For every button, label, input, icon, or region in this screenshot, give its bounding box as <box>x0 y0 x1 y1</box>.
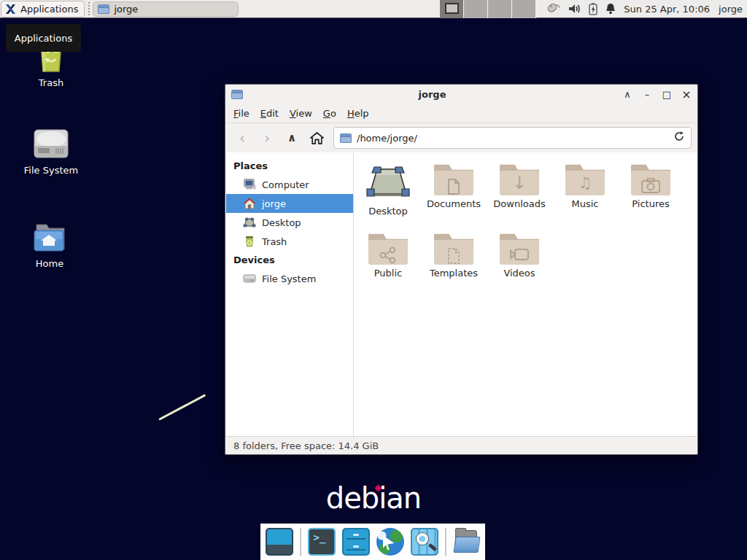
desktop-icon <box>243 217 256 228</box>
window-content: Places Computer jorge <box>226 152 697 436</box>
home-folder-icon <box>9 216 90 254</box>
xfce-applications-icon <box>4 3 17 15</box>
workspace-switcher <box>440 0 536 18</box>
places-header: Places <box>226 157 353 175</box>
workspace-4[interactable] <box>512 0 536 18</box>
trash-icon <box>243 236 256 247</box>
debian-wallpaper-logo: debian <box>0 481 747 515</box>
hard-drive-icon <box>11 122 91 160</box>
applications-tooltip: Applications <box>6 24 81 52</box>
desktop-icon-label: Home <box>9 258 90 269</box>
location-folder-icon <box>340 133 352 143</box>
web-browser-launcher[interactable] <box>376 528 404 556</box>
desktop-icon-label: Trash <box>11 77 91 88</box>
statusbar-text: 8 folders, Free space: 14.4 GiB <box>233 440 379 451</box>
file-downloads[interactable]: ↓ Downloads <box>488 162 551 223</box>
applications-menu-button[interactable]: Applications <box>1 1 85 18</box>
computer-icon <box>243 179 256 190</box>
magnifier-icon <box>417 533 428 545</box>
share-folder-icon <box>368 233 408 265</box>
menu-go[interactable]: Go <box>323 108 336 119</box>
desktop-icon-home[interactable]: Home <box>9 216 90 269</box>
file-icon-view[interactable]: Desktop Documents ↓ Downloads <box>354 152 697 436</box>
template-folder-icon <box>434 233 473 265</box>
dock-separator <box>300 528 301 556</box>
shade-button[interactable]: ∧ <box>621 85 634 104</box>
file-desktop[interactable]: Desktop <box>357 163 419 225</box>
taskbar-window-label: jorge <box>114 4 138 15</box>
volume-icon[interactable] <box>568 3 581 15</box>
menu-edit[interactable]: Edit <box>260 108 279 119</box>
statusbar: 8 folders, Free space: 14.4 GiB <box>226 436 697 454</box>
up-button[interactable]: ∧ <box>281 128 303 148</box>
file-templates[interactable]: Templates <box>422 231 485 292</box>
mouse-icon[interactable] <box>545 2 561 15</box>
file-music[interactable]: ♫ Music <box>554 162 616 223</box>
sidebar-item-jorge[interactable]: jorge <box>226 194 353 213</box>
dock-separator <box>445 528 446 556</box>
forward-button[interactable]: › <box>256 128 278 148</box>
show-desktop-button[interactable] <box>266 528 293 556</box>
dock: >_ <box>260 524 485 560</box>
system-tray <box>545 2 616 15</box>
applications-label: Applications <box>20 4 78 15</box>
notifications-bell-icon[interactable] <box>605 2 616 15</box>
music-folder-icon: ♫ <box>565 163 605 195</box>
browser-cursor-icon <box>383 535 395 550</box>
file-public[interactable]: Public <box>357 231 419 292</box>
desktop-icon-label: File System <box>11 165 91 176</box>
menu-help[interactable]: Help <box>347 108 369 119</box>
file-manager-window: jorge ∧ – □ × File Edit View Go Help ‹ ›… <box>225 84 698 455</box>
maximize-button[interactable]: □ <box>660 85 673 104</box>
menu-view[interactable]: View <box>290 108 312 119</box>
location-path[interactable]: /home/jorge/ <box>357 133 668 144</box>
workspace-window-preview <box>445 3 459 14</box>
sidebar-item-file-system[interactable]: File System <box>226 269 353 288</box>
terminal-launcher[interactable]: >_ <box>308 528 336 556</box>
tooltip-text: Applications <box>15 33 72 44</box>
menubar: File Edit View Go Help <box>225 104 697 123</box>
home-button[interactable] <box>306 128 328 148</box>
reload-button[interactable] <box>673 131 685 145</box>
sidebar-item-computer[interactable]: Computer <box>226 175 353 194</box>
location-bar[interactable]: /home/jorge/ <box>333 127 692 149</box>
workspace-1[interactable] <box>440 0 464 18</box>
desktop-icon-file-system[interactable]: File System <box>11 122 91 176</box>
panel-username[interactable]: jorge <box>719 4 743 15</box>
sidebar-item-desktop[interactable]: Desktop <box>226 213 353 232</box>
battery-charging-icon[interactable] <box>588 2 598 15</box>
file-videos[interactable]: Videos <box>488 231 551 292</box>
terminal-prompt-icon: >_ <box>314 532 326 543</box>
home-icon <box>243 198 256 209</box>
workspace-2[interactable] <box>464 0 488 18</box>
pictures-folder-icon <box>631 163 670 195</box>
back-button[interactable]: ‹ <box>231 128 253 148</box>
titlebar[interactable]: jorge ∧ – □ × <box>225 85 697 104</box>
hard-drive-icon <box>243 273 256 284</box>
taskbar-window-button[interactable]: jorge <box>93 1 239 17</box>
sidebar: Places Computer jorge <box>226 152 354 436</box>
file-pictures[interactable]: Pictures <box>619 162 682 223</box>
toolbar: ‹ › ∧ /home/jorge/ <box>225 123 697 152</box>
video-folder-icon <box>500 233 539 265</box>
download-folder-icon: ↓ <box>500 163 539 195</box>
file-manager-launcher[interactable] <box>453 528 481 556</box>
document-folder-icon <box>434 163 473 195</box>
close-button[interactable]: × <box>680 85 693 104</box>
application-finder-launcher[interactable] <box>411 528 438 556</box>
file-cabinet-launcher[interactable] <box>342 528 370 556</box>
file-documents[interactable]: Documents <box>422 162 485 223</box>
desktop-icon <box>365 163 411 200</box>
top-panel: Applications jorge <box>0 0 747 18</box>
home-icon <box>309 131 325 145</box>
menu-file[interactable]: File <box>233 108 249 119</box>
debian-wordmark: debian <box>326 481 421 515</box>
panel-handle[interactable] <box>87 2 90 15</box>
workspace-3[interactable] <box>488 0 512 18</box>
sidebar-item-trash[interactable]: Trash <box>226 232 353 251</box>
panel-clock[interactable]: Sun 25 Apr, 10:06 <box>624 4 710 15</box>
minimize-button[interactable]: – <box>640 85 654 104</box>
window-folder-icon <box>98 4 109 14</box>
devices-header: Devices <box>226 251 353 269</box>
pointer-stroke <box>158 394 206 420</box>
